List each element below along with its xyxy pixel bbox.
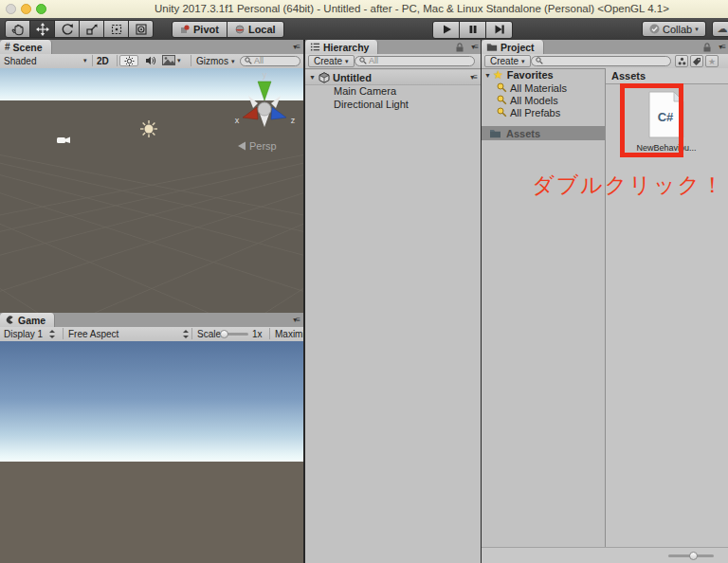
search-icon — [536, 57, 543, 64]
pause-button[interactable] — [459, 21, 486, 39]
shaded-dropdown-arrow-icon: ▾ — [83, 57, 87, 64]
window-zoom-button[interactable] — [36, 4, 46, 14]
tab-hierarchy[interactable]: Hierarchy — [305, 40, 378, 54]
cloud-icon: ☁ — [718, 23, 728, 35]
cloud-services-button[interactable]: ☁ — [712, 21, 728, 37]
create-dropdown-arrow-icon: ▾ — [521, 58, 525, 65]
scene-effects-button[interactable]: ▾ — [162, 55, 181, 65]
project-create-button[interactable]: Create ▾ — [484, 55, 531, 67]
rect-tool-icon — [110, 23, 123, 36]
scale-value: 1x — [252, 329, 263, 339]
tab-game[interactable]: Game — [0, 313, 55, 327]
display-dropdown[interactable]: Display 1 — [4, 329, 55, 339]
maximize-on-play-button[interactable]: Maximiz — [275, 329, 303, 339]
project-panel-menu-icon[interactable]: ▾≡ — [719, 43, 725, 51]
tab-project[interactable]: Project — [482, 40, 544, 54]
favorites-star-icon: ★ — [493, 68, 503, 82]
hierarchy-search-input[interactable]: All — [355, 56, 475, 66]
window-minimize-button[interactable] — [21, 4, 31, 14]
local-toggle-button[interactable]: Local — [227, 21, 284, 38]
transform-combined-icon — [135, 23, 148, 36]
main-toolbar: Pivot Local Collab ▾ ☁ — [0, 18, 728, 41]
shaded-dropdown[interactable]: Shaded — [4, 56, 36, 66]
move-tool-button[interactable] — [29, 20, 55, 38]
assets-folder-row[interactable]: Assets — [482, 126, 605, 140]
favorites-row[interactable]: ▼ ★ Favorites — [482, 68, 554, 82]
scene-panel-menu-icon[interactable]: ▾≡ — [293, 43, 300, 51]
scene-panel: # Scene ▾≡ Shaded ▾ 2D ▾ — [0, 40, 303, 313]
hierarchy-create-button[interactable]: Create ▾ — [308, 55, 355, 67]
scene-viewport[interactable]: y x z Persp — [0, 68, 303, 313]
annotation-red-rectangle — [620, 83, 683, 157]
gizmos-dropdown[interactable]: Gizmos ▾ — [196, 56, 234, 66]
rect-tool-button[interactable] — [103, 20, 129, 38]
tab-scene[interactable]: # Scene — [0, 40, 52, 54]
folder-icon — [489, 128, 501, 138]
unity-scene-icon — [318, 72, 330, 83]
asset-zoom-slider-thumb[interactable] — [689, 552, 698, 560]
hand-tool-button[interactable] — [5, 20, 30, 38]
play-button[interactable] — [432, 21, 460, 39]
rotate-icon — [61, 23, 74, 36]
lock-icon[interactable] — [703, 43, 711, 52]
hierarchy-tabstrip: Hierarchy ▾≡ — [305, 40, 481, 55]
search-by-label-button[interactable] — [690, 55, 703, 67]
favorite-item-all-materials[interactable]: All Materials — [482, 82, 567, 94]
lock-icon[interactable] — [456, 43, 464, 52]
project-tab-label: Project — [500, 42, 535, 53]
move-icon — [36, 23, 49, 36]
step-icon — [494, 24, 505, 35]
toggle-2d-button[interactable]: 2D — [97, 56, 109, 66]
directional-light-gizmo[interactable] — [140, 120, 157, 137]
window-close-button[interactable] — [6, 4, 16, 14]
rotate-tool-button[interactable] — [54, 20, 80, 38]
chevron-down-icon: ▾ — [695, 26, 699, 33]
foldout-arrow-icon[interactable]: ▼ — [484, 72, 491, 79]
game-tabstrip: Game ▾≡ — [0, 313, 303, 328]
scene-root-row[interactable]: ▼ Untitled ▾≡ — [305, 70, 481, 85]
effects-dropdown-arrow-icon: ▾ — [177, 57, 181, 64]
sun-icon — [124, 56, 135, 66]
search-icon — [359, 57, 367, 64]
favorite-item-all-prefabs[interactable]: All Prefabs — [482, 106, 560, 118]
display-label: Display 1 — [4, 329, 43, 339]
transform-tool-button[interactable] — [128, 20, 154, 38]
hierarchy-panel-menu-icon[interactable]: ▾≡ — [471, 43, 478, 51]
hand-icon — [11, 23, 25, 36]
favorite-search-button[interactable]: ★ — [705, 55, 719, 67]
camera-gizmo[interactable] — [57, 137, 70, 144]
scene-lighting-button[interactable] — [119, 55, 138, 66]
search-by-type-button[interactable] — [675, 55, 688, 67]
aspect-label: Free Aspect — [68, 329, 118, 339]
pivot-toggle-button[interactable]: Pivot — [172, 21, 228, 38]
image-icon — [162, 55, 175, 65]
scale-tool-button[interactable] — [79, 20, 104, 38]
favorite-item-label: All Prefabs — [510, 107, 560, 118]
hierarchy-tab-icon — [310, 42, 320, 52]
scene-row-menu-icon[interactable]: ▾≡ — [470, 73, 477, 82]
step-button[interactable] — [485, 21, 513, 39]
collab-button[interactable]: Collab ▾ — [642, 21, 706, 37]
hierarchy-panel: Hierarchy ▾≡ Create ▾ All ▼ Untitled ▾≡ … — [305, 40, 481, 563]
game-sky — [0, 341, 303, 462]
unity-editor-window: Unity 2017.3.1f1 Personal (64bit) - Unti… — [0, 0, 728, 563]
play-icon — [441, 24, 452, 35]
local-icon — [235, 25, 245, 34]
window-title: Unity 2017.3.1f1 Personal (64bit) - Unti… — [155, 3, 669, 14]
hierarchy-tab-label: Hierarchy — [323, 42, 369, 53]
hierarchy-item-main-camera[interactable]: Main Camera — [334, 84, 396, 98]
game-panel-menu-icon[interactable]: ▾≡ — [293, 316, 300, 324]
scene-search-input[interactable]: All — [240, 56, 300, 66]
hierarchy-item-directional-light[interactable]: Directional Light — [334, 98, 409, 111]
pivot-local-group: Pivot Local — [172, 21, 284, 39]
project-search-input[interactable] — [531, 56, 671, 66]
aspect-dropdown[interactable]: Free Aspect — [68, 329, 118, 339]
aspect-popup-icon — [182, 330, 189, 338]
hierarchy-toolbar: Create ▾ All — [305, 54, 481, 69]
scale-slider-thumb[interactable] — [220, 330, 228, 338]
scene-audio-button[interactable] — [142, 55, 159, 66]
favorite-item-all-models[interactable]: All Models — [482, 94, 558, 106]
favorite-item-label: All Models — [510, 95, 558, 106]
foldout-arrow-icon[interactable]: ▼ — [309, 74, 316, 81]
scene-toolbar: Shaded ▾ 2D ▾ Gizmos ▾ All — [0, 54, 303, 69]
